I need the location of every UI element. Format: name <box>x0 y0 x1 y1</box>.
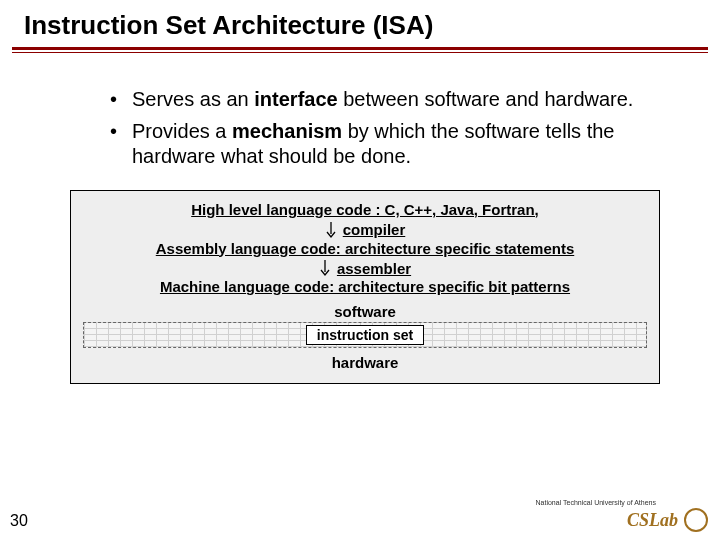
bullet-1-post: between software and hardware. <box>338 88 634 110</box>
arrow-compiler-label: compiler <box>343 221 406 238</box>
footer-logo: National Technical University of Athens … <box>627 508 708 532</box>
arrow-assembler: assembler <box>79 259 651 277</box>
logo-text: CSLab <box>627 510 678 531</box>
bullet-2-bold: mechanism <box>232 120 342 142</box>
label-hardware: hardware <box>79 354 651 371</box>
rule-thin <box>12 52 708 53</box>
down-arrow-icon <box>319 259 331 277</box>
arrow-compiler: compiler <box>79 221 651 239</box>
rule-thick <box>12 47 708 50</box>
compilation-diagram: High level language code : C, C++, Java,… <box>70 190 660 384</box>
bullet-1-bold: interface <box>254 88 337 110</box>
arrow-assembler-label: assembler <box>337 260 411 277</box>
diagram-asm: Assembly language code: architecture spe… <box>79 240 651 259</box>
isa-chip: instruction set <box>306 325 424 345</box>
diagram-machine: Machine language code: architecture spec… <box>79 278 651 297</box>
label-software: software <box>79 303 651 320</box>
bullet-1: Serves as an interface between software … <box>110 87 660 113</box>
bullet-1-pre: Serves as an <box>132 88 254 110</box>
diagram-hll: High level language code : C, C++, Java,… <box>79 201 651 220</box>
bullet-list: Serves as an interface between software … <box>70 87 660 170</box>
logo-tagline: National Technical University of Athens <box>536 499 657 506</box>
slide-number: 30 <box>10 512 28 530</box>
bullet-2-pre: Provides a <box>132 120 232 142</box>
down-arrow-icon <box>325 221 337 239</box>
slide-title: Instruction Set Architecture (ISA) <box>0 0 720 47</box>
isa-bar: instruction set <box>83 322 647 348</box>
seal-icon <box>684 508 708 532</box>
bullet-2: Provides a mechanism by which the softwa… <box>110 119 660 170</box>
